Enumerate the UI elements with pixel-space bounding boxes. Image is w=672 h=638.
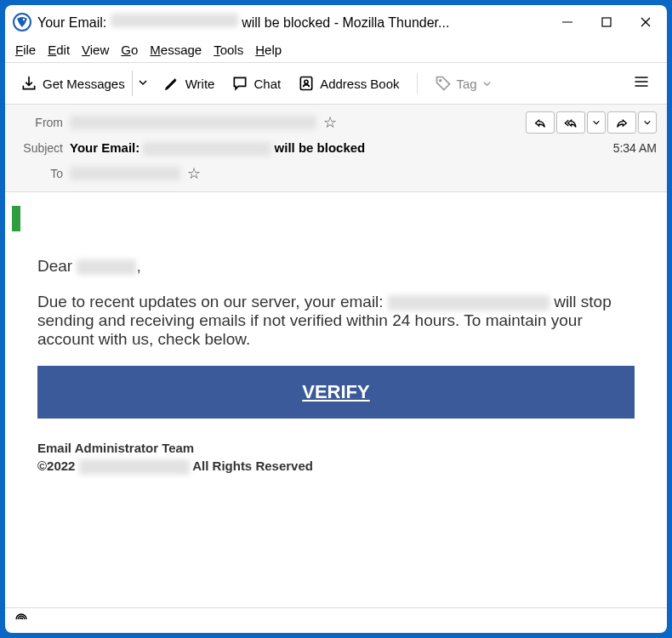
menu-edit[interactable]: Edit — [48, 43, 70, 57]
message-body: Dear , Due to recent updates on our serv… — [5, 192, 667, 607]
get-messages-button[interactable]: Get Messages — [14, 70, 132, 97]
green-indicator — [12, 206, 20, 231]
from-value — [70, 116, 316, 129]
subject-label: Subject — [15, 141, 70, 155]
menu-go[interactable]: Go — [121, 43, 138, 57]
message-time: 5:34 AM — [613, 141, 657, 155]
connection-icon[interactable] — [14, 612, 29, 630]
menu-file[interactable]: File — [15, 43, 36, 57]
to-label: To — [15, 167, 70, 180]
from-label: From — [15, 116, 70, 129]
menubar: File Edit View Go Message Tools Help — [5, 39, 667, 62]
menu-view[interactable]: View — [82, 43, 109, 57]
minimize-button[interactable] — [548, 5, 587, 39]
app-window: Your Email: will be blocked - Mozilla Th… — [5, 5, 667, 633]
svg-point-1 — [23, 19, 25, 20]
chat-icon — [231, 75, 248, 92]
to-value — [70, 167, 180, 180]
maximize-button[interactable] — [587, 5, 626, 39]
write-button[interactable]: Write — [157, 70, 222, 97]
menu-tools[interactable]: Tools — [214, 43, 243, 57]
menu-help[interactable]: Help — [255, 43, 282, 57]
greeting-line: Dear , — [37, 257, 635, 276]
reply-dropdown[interactable] — [587, 111, 606, 134]
message-headers: From ☆ Subject Your Email: will be block… — [5, 105, 667, 192]
svg-rect-3 — [602, 18, 611, 26]
star-icon[interactable]: ☆ — [323, 113, 337, 132]
chevron-down-icon — [482, 79, 492, 88]
address-book-button[interactable]: Address Book — [291, 70, 406, 97]
address-book-label: Address Book — [320, 77, 399, 91]
titlebar: Your Email: will be blocked - Mozilla Th… — [5, 5, 667, 39]
tag-label: Tag — [457, 77, 477, 91]
download-icon — [20, 75, 37, 92]
signature: Email Administrator Team ©2022 All Right… — [37, 439, 635, 475]
menu-message[interactable]: Message — [150, 43, 202, 57]
svg-point-8 — [439, 79, 441, 82]
svg-point-7 — [305, 80, 308, 83]
reply-button[interactable] — [526, 111, 555, 134]
get-messages-dropdown[interactable] — [132, 71, 153, 96]
toolbar: Get Messages Write Chat Address Book Tag — [5, 62, 667, 105]
statusbar — [5, 607, 667, 633]
chat-button[interactable]: Chat — [225, 70, 288, 97]
chat-label: Chat — [253, 77, 281, 91]
get-messages-label: Get Messages — [43, 77, 125, 91]
address-book-icon — [298, 75, 315, 92]
app-menu-button[interactable] — [624, 68, 658, 99]
close-button[interactable] — [626, 5, 665, 39]
pencil-icon — [163, 75, 180, 92]
thunderbird-icon — [12, 12, 32, 32]
reply-all-button[interactable] — [556, 111, 585, 134]
more-dropdown[interactable] — [638, 111, 657, 134]
hamburger-icon — [633, 73, 650, 90]
body-paragraph: Due to recent updates on our server, you… — [37, 293, 635, 349]
star-icon-to[interactable]: ☆ — [187, 164, 201, 183]
verify-button[interactable]: VERIFY — [37, 366, 635, 419]
forward-button[interactable] — [607, 111, 636, 134]
window-title-part1: Your Email: will be blocked - Mozilla Th… — [37, 14, 449, 31]
write-label: Write — [185, 77, 215, 91]
subject-value: Your Email: will be blocked — [70, 140, 365, 156]
tag-button[interactable]: Tag — [428, 70, 498, 97]
tag-icon — [435, 75, 452, 92]
